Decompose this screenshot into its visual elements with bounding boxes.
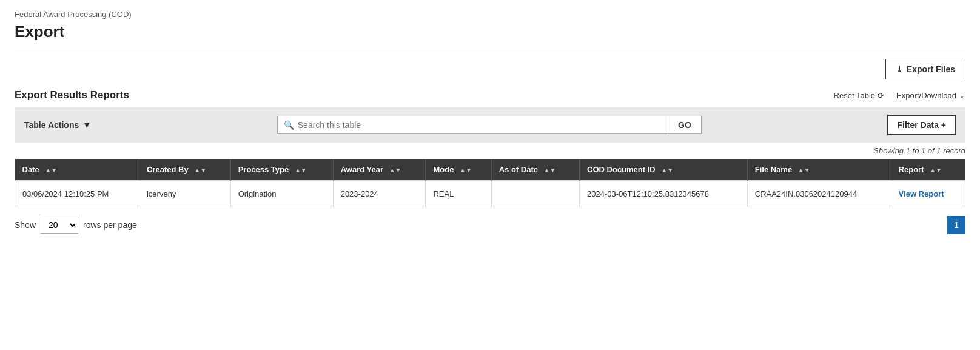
- col-header-as-of-date[interactable]: As of Date ▲▼: [491, 159, 579, 181]
- page-numbers: 1: [947, 216, 965, 234]
- col-header-file-name[interactable]: File Name ▲▼: [747, 159, 891, 181]
- search-icon: 🔍: [284, 120, 294, 130]
- search-area: 🔍 GO: [277, 116, 702, 134]
- col-header-date[interactable]: Date ▲▼: [15, 159, 139, 181]
- go-button[interactable]: GO: [668, 116, 702, 134]
- sort-icon-process-type: ▲▼: [295, 167, 307, 173]
- cell-date: 03/06/2024 12:10:25 PM: [15, 181, 139, 207]
- table-toolbar: Table Actions ▼ 🔍 GO Filter Data +: [15, 107, 965, 143]
- page-1-button[interactable]: 1: [947, 216, 965, 234]
- cell-created_by: lcerveny: [139, 181, 230, 207]
- top-bar: ⤓ Export Files: [15, 59, 965, 79]
- table-actions-label: Table Actions: [24, 120, 79, 130]
- breadcrumb: Federal Award Processing (COD): [15, 10, 965, 19]
- sort-icon-report: ▲▼: [930, 167, 942, 173]
- col-header-mode[interactable]: Mode ▲▼: [426, 159, 491, 181]
- export-files-button[interactable]: ⤓ Export Files: [885, 59, 965, 79]
- pagination-bar: Show 20 50 100 rows per page 1: [15, 216, 965, 234]
- col-header-cod-document-id[interactable]: COD Document ID ▲▼: [580, 159, 748, 181]
- show-label: Show: [15, 220, 36, 230]
- cell-cod_document_id: 2024-03-06T12:10:25.8312345678: [580, 181, 748, 207]
- col-header-process-type[interactable]: Process Type ▲▼: [230, 159, 333, 181]
- cell-process_type: Origination: [230, 181, 333, 207]
- search-input[interactable]: [298, 120, 662, 130]
- sort-icon-as-of-date: ▲▼: [544, 167, 556, 173]
- cell-mode: REAL: [426, 181, 491, 207]
- page-title: Export: [15, 22, 965, 41]
- sort-icon-award-year: ▲▼: [389, 167, 401, 173]
- table-header-row: Date ▲▼ Created By ▲▼ Process Type ▲▼ Aw…: [15, 159, 965, 181]
- export-download-button[interactable]: Export/Download ⤓: [896, 91, 965, 100]
- cell-as_of_date: [491, 181, 579, 207]
- sort-icon-file-name: ▲▼: [798, 167, 810, 173]
- cell-award_year: 2023-2024: [333, 181, 426, 207]
- table-actions-button[interactable]: Table Actions ▼: [24, 120, 91, 130]
- refresh-icon: ⟳: [878, 91, 884, 100]
- showing-text: Showing 1 to 1 of 1 record: [15, 143, 965, 159]
- rows-per-page-select[interactable]: 20 50 100: [41, 217, 78, 234]
- table-row: 03/06/2024 12:10:25 PMlcervenyOriginatio…: [15, 181, 965, 207]
- sort-icon-date: ▲▼: [45, 167, 57, 173]
- view-report-link[interactable]: View Report: [899, 189, 944, 198]
- col-header-report[interactable]: Report ▲▼: [891, 159, 965, 181]
- section-title: Export Results Reports: [15, 89, 129, 101]
- section-actions: Reset Table ⟳ Export/Download ⤓: [834, 91, 965, 100]
- rows-per-page: Show 20 50 100 rows per page: [15, 217, 137, 234]
- download-icon: ⤓: [896, 64, 903, 74]
- section-header: Export Results Reports Reset Table ⟳ Exp…: [15, 89, 965, 101]
- rows-per-page-label: rows per page: [83, 220, 137, 230]
- divider: [15, 49, 965, 49]
- sort-icon-created-by: ▲▼: [194, 167, 206, 173]
- download-icon-2: ⤓: [959, 91, 965, 100]
- sort-icon-cod-document-id: ▲▼: [661, 167, 673, 173]
- export-files-label: Export Files: [907, 64, 955, 74]
- col-header-created-by[interactable]: Created By ▲▼: [139, 159, 230, 181]
- reset-table-button[interactable]: Reset Table ⟳: [834, 91, 884, 100]
- sort-icon-mode: ▲▼: [460, 167, 472, 173]
- cell-file_name: CRAA24IN.03062024120944: [747, 181, 891, 207]
- data-table: Date ▲▼ Created By ▲▼ Process Type ▲▼ Aw…: [15, 159, 965, 207]
- export-download-label: Export/Download: [896, 91, 956, 100]
- reset-table-label: Reset Table: [834, 91, 875, 100]
- col-header-award-year[interactable]: Award Year ▲▼: [333, 159, 426, 181]
- chevron-down-icon: ▼: [82, 120, 91, 130]
- search-input-wrapper: 🔍: [277, 116, 668, 134]
- cell-report[interactable]: View Report: [891, 181, 965, 207]
- filter-data-button[interactable]: Filter Data +: [887, 115, 956, 135]
